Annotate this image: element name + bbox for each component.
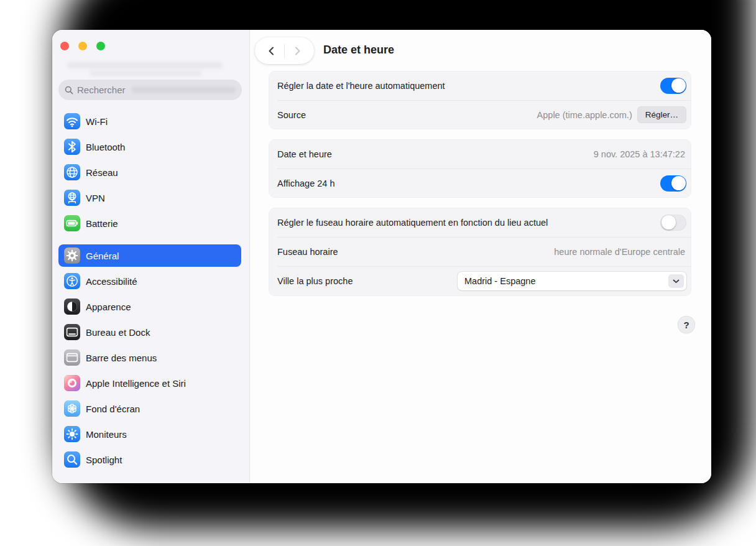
row-label: Ville la plus proche	[277, 276, 458, 286]
sidebar-item-label: Bluetooth	[86, 142, 125, 152]
row-label: Régler le fuseau horaire automatiquement…	[277, 218, 660, 228]
wallpaper-flower-icon	[64, 400, 80, 417]
sidebar-item-fond-d-ecran[interactable]: Fond d'écran	[58, 397, 241, 420]
forward-button[interactable]	[285, 37, 310, 64]
page-title: Date et heure	[323, 44, 394, 57]
bluetooth-icon	[64, 139, 80, 155]
sidebar-item-label: Accessibilité	[86, 276, 137, 287]
magnifier-icon	[64, 451, 80, 468]
system-settings-window: Rechercher Wi-FiBluetoothRéseauVPNBatter…	[52, 30, 711, 483]
chevron-left-icon	[266, 45, 277, 57]
sidebar-item-wi-fi[interactable]: Wi-Fi	[58, 110, 241, 132]
search-icon	[65, 86, 73, 95]
sidebar-nav: Wi-FiBluetoothRéseauVPNBatterieGénéralAc…	[58, 110, 241, 474]
sidebar-item-apparence[interactable]: Apparence	[58, 295, 241, 318]
appearance-contrast-icon	[64, 298, 80, 315]
row-label: Source	[277, 110, 537, 120]
regler-button[interactable]: Régler…	[637, 106, 686, 123]
row-value: 9 nov. 2025 à 13:47:22	[594, 149, 685, 159]
chevron-right-icon	[292, 45, 303, 57]
sidebar-item-bluetooth[interactable]: Bluetooth	[58, 136, 241, 158]
sidebar-item-spotlight[interactable]: Spotlight	[58, 448, 241, 471]
sidebar-item-bureau-et-dock[interactable]: Bureau et Dock	[58, 321, 241, 343]
settings-row-ville-la-plus-proche: Ville la plus procheMadrid - Espagne	[269, 266, 691, 296]
settings-row-date-et-heure: Date et heure9 nov. 2025 à 13:47:22	[269, 139, 691, 169]
sidebar-item-label: VPN	[86, 193, 105, 203]
brightness-sun-icon	[64, 426, 80, 442]
sidebar: Rechercher Wi-FiBluetoothRéseauVPNBatter…	[52, 30, 250, 483]
chevron-down-icon	[673, 279, 680, 284]
settings-row-regler-la-date-et-l-heure-automatiquement: Régler la date et l'heure automatiquemen…	[269, 71, 691, 100]
vpn-globe-icon	[64, 190, 80, 206]
row-value: heure normale d'Europe centrale	[554, 247, 685, 257]
sidebar-item-general[interactable]: Général	[58, 244, 241, 267]
toggle-knob	[671, 78, 686, 93]
battery-icon	[64, 215, 80, 231]
minimize-window-button[interactable]	[78, 42, 87, 50]
nearest-city-select[interactable]: Madrid - Espagne	[458, 272, 686, 290]
zoom-window-button[interactable]	[96, 42, 105, 50]
close-window-button[interactable]	[60, 42, 69, 50]
row-label: Date et heure	[277, 149, 594, 159]
toggle-regler-le-fuseau-horaire-automatiquement-en-fonction-du-lieu-actuel[interactable]	[660, 215, 686, 231]
sidebar-item-accessibilite[interactable]: Accessibilité	[58, 270, 241, 292]
window-controls	[60, 42, 105, 50]
accessibility-icon	[64, 273, 80, 289]
selected-option-label: Madrid - Espagne	[464, 276, 535, 286]
sidebar-item-label: Réseau	[86, 167, 118, 178]
settings-pane: Date et heure Régler la date et l'heure …	[250, 30, 711, 483]
toggle-knob	[671, 176, 686, 190]
settings-row-affichage-24-h: Affichage 24 h	[269, 169, 691, 198]
sidebar-item-label: Moniteurs	[86, 429, 127, 440]
row-value: Apple (time.apple.com.)	[537, 110, 632, 120]
row-label: Fuseau horaire	[277, 247, 554, 257]
toggle-regler-la-date-et-l-heure-automatiquement[interactable]	[660, 78, 686, 94]
sidebar-item-barre-des-menus[interactable]: Barre des menus	[58, 346, 241, 369]
desktop-background: Rechercher Wi-FiBluetoothRéseauVPNBatter…	[0, 0, 756, 546]
globe-icon	[64, 164, 80, 180]
help-button[interactable]: ?	[678, 316, 695, 333]
sidebar-item-label: Bureau et Dock	[86, 327, 150, 338]
sidebar-item-label: Batterie	[86, 218, 118, 229]
search-placeholder: Rechercher	[77, 85, 126, 95]
row-label: Régler la date et l'heure automatiquemen…	[277, 81, 660, 91]
search-input[interactable]: Rechercher	[58, 80, 242, 100]
row-label: Affichage 24 h	[277, 178, 660, 188]
settings-row-regler-le-fuseau-horaire-automatiquement-en-fonction-du-lieu-actuel: Régler le fuseau horaire automatiquement…	[269, 208, 691, 237]
sidebar-item-label: Fond d'écran	[86, 404, 140, 414]
wifi-icon	[64, 113, 80, 129]
sidebar-item-apple-intelligence-et-siri[interactable]: Apple Intelligence et Siri	[58, 372, 241, 394]
back-button[interactable]	[259, 37, 284, 64]
settings-group: Régler la date et l'heure automatiquemen…	[269, 71, 691, 129]
sidebar-item-batterie[interactable]: Batterie	[58, 212, 241, 234]
background-blur-artifact	[67, 62, 223, 68]
toggle-knob	[662, 215, 676, 229]
sidebar-item-label: Spotlight	[86, 455, 122, 465]
background-blur-artifact	[90, 71, 201, 76]
gear-icon	[64, 248, 80, 264]
sidebar-item-label: Barre des menus	[86, 353, 157, 363]
select-chevron-button[interactable]	[668, 274, 684, 288]
settings-group: Date et heure9 nov. 2025 à 13:47:22Affic…	[269, 139, 691, 198]
siri-swirl-icon	[64, 375, 80, 391]
sidebar-item-vpn[interactable]: VPN	[58, 187, 241, 209]
settings-row-fuseau-horaire: Fuseau horaireheure normale d'Europe cen…	[269, 237, 691, 266]
background-blur-artifact	[132, 87, 236, 93]
sidebar-item-label: Général	[86, 251, 119, 261]
sidebar-item-label: Apple Intelligence et Siri	[86, 378, 186, 389]
sidebar-item-reseau[interactable]: Réseau	[58, 161, 241, 183]
menu-bar-icon	[64, 349, 80, 366]
settings-group: Régler le fuseau horaire automatiquement…	[269, 208, 691, 296]
toggle-affichage-24-h[interactable]	[660, 175, 686, 192]
settings-row-source: SourceApple (time.apple.com.)Régler…	[269, 100, 691, 129]
sidebar-item-label: Apparence	[86, 302, 131, 312]
desktop-dock-icon	[64, 324, 80, 340]
navigation-pill	[255, 37, 314, 64]
settings-groups: Régler la date et l'heure automatiquemen…	[269, 71, 691, 306]
sidebar-item-moniteurs[interactable]: Moniteurs	[58, 423, 241, 445]
sidebar-item-label: Wi-Fi	[86, 116, 108, 127]
